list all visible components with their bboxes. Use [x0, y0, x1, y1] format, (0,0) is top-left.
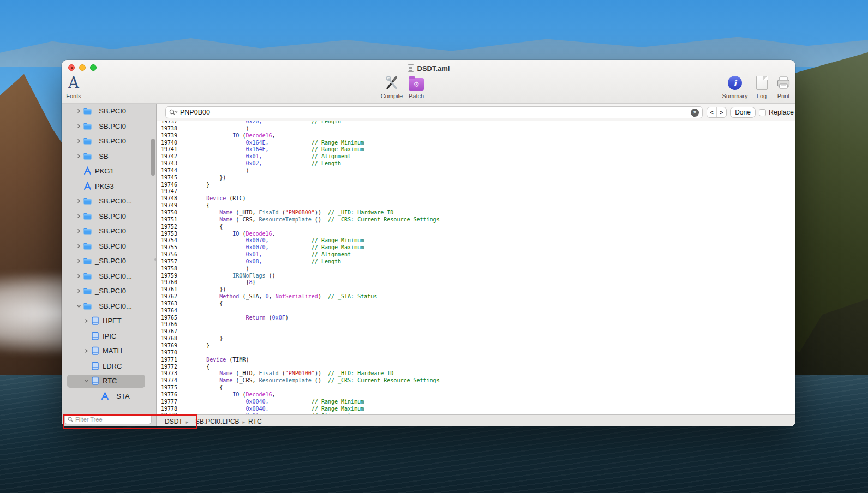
chevron-right-icon[interactable] — [76, 258, 81, 263]
tree-item-sb-pci0[interactable]: _SB.PCI0... — [62, 194, 156, 209]
tree-item-sb-pci0[interactable]: _SB.PCI0 — [62, 119, 156, 134]
tree-item-sta[interactable]: _STA — [62, 389, 156, 404]
chevron-right-icon[interactable] — [76, 244, 81, 249]
chevron-right-icon[interactable] — [76, 288, 81, 293]
folder-icon — [83, 226, 92, 236]
chevron-right-icon[interactable] — [76, 154, 81, 159]
editor-column: ✕ < > Done Replace 19737 0x20, — [157, 104, 795, 426]
code-editor[interactable]: 19737 0x20, // Length19738 )19739 IO (De… — [157, 121, 795, 414]
code-line: 19772 { — [157, 364, 795, 371]
device-icon — [91, 362, 100, 371]
device-icon-slot — [90, 376, 100, 386]
disclosure-triangle[interactable] — [82, 318, 90, 323]
code-line: 19758 ) — [157, 266, 795, 273]
chevron-right-icon[interactable] — [76, 214, 81, 219]
chevron-down-icon[interactable] — [76, 304, 81, 309]
disclosure-triangle[interactable] — [82, 378, 90, 383]
device-icon — [91, 332, 100, 341]
disclosure-triangle[interactable] — [75, 244, 82, 249]
disclosure-triangle[interactable] — [75, 199, 82, 203]
code-line: 19771 Device (TIMR) — [157, 357, 795, 364]
breadcrumb-item[interactable]: _SB.PCI0.LPCB — [191, 418, 239, 425]
chevron-right-icon[interactable] — [76, 139, 81, 143]
tree-item-sb-pci0[interactable]: _SB.PCI0... — [62, 299, 156, 314]
code-line: 19761 }) — [157, 286, 795, 293]
tree-item-sb-pci0[interactable]: _SB.PCI0... — [62, 269, 156, 284]
tree-item-sb-pci0[interactable]: _SB.PCI0 — [62, 224, 156, 239]
tree-item-sb-pci0[interactable]: _SB.PCI0 — [62, 134, 156, 149]
chevron-right-icon[interactable] — [76, 199, 81, 203]
disclosure-triangle[interactable] — [75, 229, 82, 233]
tree-item-hpet[interactable]: HPET — [62, 314, 156, 329]
compile-button[interactable]: Compile — [377, 74, 406, 99]
chevron-right-icon[interactable] — [84, 318, 89, 323]
tree-item-label: _STA — [112, 392, 130, 400]
chevron-right-icon[interactable] — [76, 109, 81, 113]
disclosure-triangle[interactable] — [75, 124, 82, 129]
code-text: IO (Decode16, — [179, 133, 276, 140]
find-nav-segment: < > — [707, 107, 727, 118]
tree-item-pkg1[interactable]: PKG1 — [62, 164, 156, 179]
log-button[interactable]: Log — [751, 74, 773, 99]
find-next-button[interactable]: > — [717, 107, 726, 117]
tree-item-rtc[interactable]: RTC — [62, 374, 156, 389]
disclosure-triangle[interactable] — [75, 109, 82, 113]
tree-item-pkg3[interactable]: PKG3 — [62, 179, 156, 194]
method-icon-slot — [100, 392, 110, 401]
search-menu-icon[interactable] — [169, 109, 178, 116]
tree-item-sb-pci0[interactable]: _SB.PCI0 — [62, 104, 156, 119]
tree-item-ldrc[interactable]: LDRC — [62, 359, 156, 374]
chevron-right-icon[interactable] — [84, 348, 89, 353]
chevron-down-icon[interactable] — [84, 378, 89, 383]
code-line: 19738 ) — [157, 125, 795, 133]
log-page-icon — [756, 76, 768, 90]
disclosure-triangle[interactable] — [75, 139, 82, 143]
code-text: Device (TIMR) — [179, 357, 249, 364]
disclosure-triangle[interactable] — [75, 214, 82, 219]
disclosure-triangle[interactable] — [75, 258, 82, 263]
annotation-highlight-rect — [63, 414, 197, 429]
line-number: 19747 — [157, 188, 179, 195]
chevron-right-icon[interactable] — [76, 274, 81, 279]
code-lines: 19737 0x20, // Length19738 )19739 IO (De… — [157, 121, 795, 414]
done-button[interactable]: Done — [730, 107, 756, 118]
disclosure-triangle[interactable] — [75, 288, 82, 293]
chevron-right-icon[interactable] — [76, 229, 81, 233]
patch-button[interactable]: ⚙ Patch — [404, 74, 428, 99]
fonts-button[interactable]: A Fonts — [63, 74, 85, 99]
breadcrumb-item[interactable]: RTC — [248, 418, 261, 425]
search-input[interactable] — [180, 109, 691, 116]
tree-item-sb-pci0[interactable]: _SB.PCI0 — [62, 209, 156, 224]
code-text: Name (_HID, EisaId ("PNP0B00")) // _HID:… — [179, 209, 393, 217]
tree-item-ipic[interactable]: IPIC — [62, 329, 156, 344]
tree-item-math[interactable]: MATH — [62, 344, 156, 359]
print-button[interactable]: Print — [772, 74, 795, 99]
code-line: 19764 — [157, 308, 795, 315]
replace-checkbox[interactable] — [759, 109, 766, 116]
tree-item-label: MATH — [103, 347, 122, 355]
find-previous-button[interactable]: < — [707, 107, 717, 117]
tree-item-sb-pci0[interactable]: _SB.PCI0 — [62, 284, 156, 299]
find-bar: ✕ < > Done Replace — [157, 104, 795, 121]
code-text — [179, 321, 180, 328]
chevron-right-icon[interactable] — [76, 124, 81, 129]
disclosure-triangle[interactable] — [75, 154, 82, 159]
folder-icon — [83, 256, 92, 266]
disclosure-triangle[interactable] — [75, 304, 82, 309]
clear-search-icon[interactable]: ✕ — [691, 109, 699, 117]
code-text: Name (_CRS, ResourceTemplate () // _CRS:… — [179, 377, 440, 384]
sidebar-scrollbar-thumb[interactable] — [151, 139, 155, 176]
disclosure-triangle[interactable] — [75, 274, 82, 279]
tree-item-sb-pci0[interactable]: _SB.PCI0 — [62, 254, 156, 269]
splitter-handle[interactable] — [154, 258, 157, 261]
code-text: }) — [179, 286, 226, 293]
line-number: 19737 — [157, 121, 179, 125]
gear-icon: ⚙ — [413, 81, 420, 88]
summary-button[interactable]: i Summary — [720, 74, 750, 99]
tree-item-sb[interactable]: _SB — [62, 149, 156, 164]
tree-item-label: _SB.PCI0 — [95, 122, 126, 130]
disclosure-triangle[interactable] — [82, 348, 90, 353]
search-field[interactable]: ✕ — [165, 106, 703, 118]
log-label: Log — [757, 93, 767, 99]
tree-item-sb-pci0[interactable]: _SB.PCI0 — [62, 239, 156, 254]
